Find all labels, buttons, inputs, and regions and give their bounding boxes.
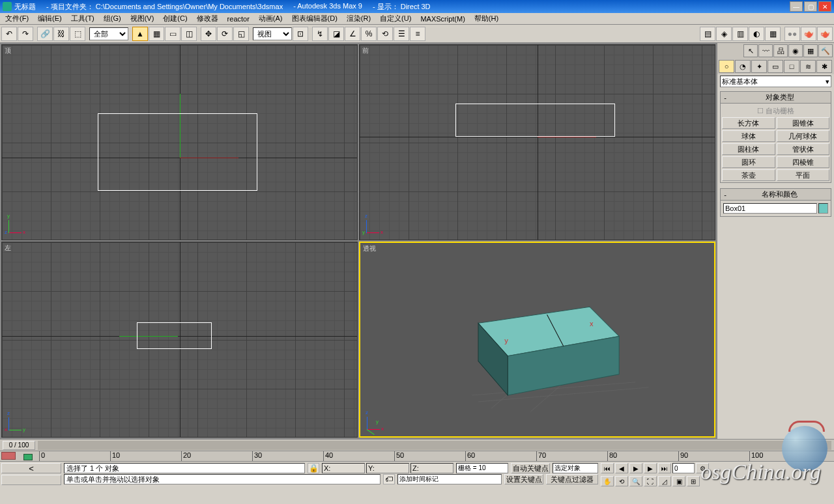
angle-snap-button[interactable]: ∠ [345,27,360,41]
ref-coord-sys[interactable]: 视图 [253,27,292,40]
zoom-button[interactable]: 🔍 [629,476,642,486]
menu-render[interactable]: 渲染(R) [343,13,375,24]
btn-plane[interactable]: 平面 [777,169,830,181]
named-sel-button[interactable]: ☰ [394,27,409,41]
zoom-ext-button[interactable]: ▣ [672,476,685,486]
tab-utilities[interactable]: 🔨 [818,44,833,57]
viewport-perspective[interactable]: 透视 y x [359,242,715,438]
btn-pyramid[interactable]: 四棱锥 [777,156,830,168]
select-region-button[interactable]: ▭ [165,27,180,41]
play-start-button[interactable]: ⏮ [601,463,614,473]
fov-button[interactable]: ◿ [658,476,671,486]
select-button[interactable]: ▲ [132,27,148,41]
key-marker[interactable] [1,452,16,460]
close-button[interactable]: ✕ [818,1,831,12]
play-prev-button[interactable]: ◀ [615,463,628,473]
menu-graph[interactable]: 图表编辑器(D) [288,13,341,24]
btn-tube[interactable]: 管状体 [777,143,830,155]
tab-create[interactable]: ↖ [743,44,758,57]
btn-cylinder[interactable]: 圆柱体 [722,143,775,155]
play-end-button[interactable]: ⏭ [658,463,671,473]
category-dropdown[interactable]: 标准基本体▾ [720,76,831,87]
layers-button[interactable]: ▤ [700,27,715,41]
link-button[interactable]: 🔗 [37,27,53,41]
play-next-button[interactable]: ▶ [644,463,657,473]
undo-button[interactable]: ↶ [1,27,17,41]
quick-render-button[interactable]: ●● [784,27,800,41]
selection-filter[interactable]: 全部 [89,27,128,40]
menu-create[interactable]: 创建(C) [159,13,191,24]
btn-cone[interactable]: 圆锥体 [777,117,830,129]
menu-reactor[interactable]: reactor [223,14,253,23]
scale-button[interactable]: ◱ [233,27,249,41]
cat-spacewarps[interactable]: ≋ [800,60,816,73]
minimize-button[interactable]: — [790,1,803,12]
timemark-field[interactable]: 添加时间标记 [397,474,502,484]
max-toggle-button[interactable]: ⊞ [687,476,700,486]
anim-button[interactable]: < [1,463,61,473]
cat-lights[interactable]: ✦ [751,60,767,73]
time-config-button[interactable]: ⚙ [696,463,709,473]
schematic-button[interactable]: ▥ [732,27,748,41]
render-last-button[interactable]: 🫖 [801,27,816,41]
pivot-button[interactable]: ⊡ [293,27,308,41]
btn-sphere[interactable]: 球体 [722,130,775,142]
rotate-button[interactable]: ⟳ [217,27,233,41]
coord-z[interactable]: Z: [410,463,453,473]
object-name-input[interactable] [723,203,817,214]
align-button[interactable]: ≡ [410,27,425,41]
frame-field[interactable]: 0 [672,463,695,473]
viewport-left[interactable]: 左 yzx [1,242,358,438]
selset-field[interactable]: 选定对象 [553,463,598,473]
render-scene-button[interactable]: ▦ [765,27,781,41]
cat-geometry[interactable]: ○ [719,60,734,73]
menu-maxscript[interactable]: MAXScript(M) [416,14,468,23]
menu-file[interactable]: 文件(F) [1,13,33,24]
cat-shapes[interactable]: ◔ [735,60,751,73]
btn-torus[interactable]: 圆环 [722,156,775,168]
tag-icon[interactable]: 🏷 [383,474,395,484]
material-editor-button[interactable]: ◐ [749,27,764,41]
btn-geosphere[interactable]: 几何球体 [777,130,830,142]
setkey-button[interactable]: 设置关键点 [504,474,543,484]
autokey-button[interactable]: 自动关键点 [511,463,550,473]
cat-systems[interactable]: ✱ [816,60,832,73]
mirror-button[interactable]: ◪ [328,27,344,41]
spinner-snap-button[interactable]: ⟲ [377,27,393,41]
tab-display[interactable]: ▦ [803,44,818,57]
percent-snap-button[interactable]: % [361,27,377,41]
menu-custom[interactable]: 自定义(U) [376,13,415,24]
keyfilter-button[interactable]: 关键点过滤器 [546,474,598,484]
time-thumb[interactable]: 0 / 100 [3,441,35,450]
curve-editor-button[interactable]: ◈ [716,27,732,41]
unlink-button[interactable]: ⛓ [53,27,69,41]
color-swatch[interactable] [818,203,828,214]
play-button[interactable]: ▶ [629,463,642,473]
snap-button[interactable]: ↯ [312,27,328,41]
setkey-btn[interactable] [1,475,61,485]
maximize-button[interactable]: ▢ [804,1,817,12]
window-crossing-button[interactable]: ◫ [181,27,197,41]
range-start[interactable] [23,454,33,460]
menu-group[interactable]: 组(G) [100,13,125,24]
menu-anim[interactable]: 动画(A) [255,13,287,24]
arc-rotate-button[interactable]: ⟲ [615,476,628,486]
zoom-all-button[interactable]: ⛶ [644,476,657,486]
select-name-button[interactable]: ▦ [149,27,164,41]
tab-motion[interactable]: ◉ [788,44,803,57]
time-slider[interactable]: 0 / 100 [0,439,834,451]
pan-view-button[interactable]: ✋ [601,476,614,486]
menu-tools[interactable]: 工具(T) [67,13,98,24]
render-button[interactable]: 🫖 [817,27,833,41]
menu-help[interactable]: 帮助(H) [470,13,502,24]
viewport-front[interactable]: 前 xzy [359,44,715,240]
lock-sel-icon[interactable]: 🔒 [308,463,319,473]
tab-hierarchy[interactable]: 品 [773,44,788,57]
autogrid-checkbox[interactable]: ☐ 自动栅格 [722,105,829,117]
bind-button[interactable]: ⬚ [70,27,85,41]
btn-teapot[interactable]: 茶壶 [722,169,775,181]
move-button[interactable]: ✥ [201,27,216,41]
menu-view[interactable]: 视图(V) [126,13,158,24]
tab-modify[interactable]: 〰 [758,44,773,57]
coord-y[interactable]: Y: [366,463,409,473]
